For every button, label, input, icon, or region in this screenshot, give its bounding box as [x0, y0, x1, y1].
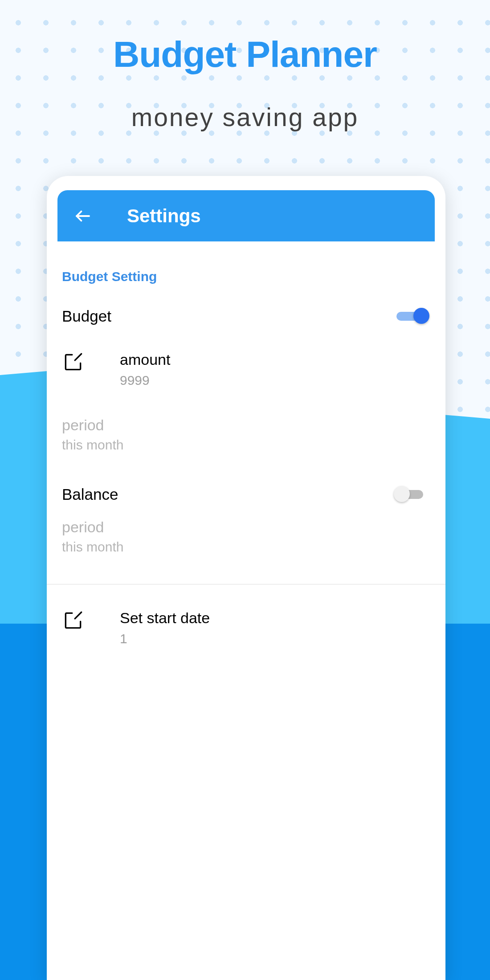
start-date-value: 1 [120, 631, 210, 646]
balance-period-value: this month [62, 539, 431, 555]
promo-title: Budget Planner [0, 33, 490, 75]
app-bar: Settings [57, 190, 435, 241]
budget-toggle[interactable] [396, 310, 428, 323]
balance-toggle-row: Balance [61, 470, 431, 518]
balance-period-row: period this month [61, 518, 431, 572]
budget-period-value: this month [62, 437, 431, 453]
balance-period-label: period [62, 519, 431, 536]
start-date-label: Set start date [120, 609, 210, 627]
section-title-budget-setting: Budget Setting [61, 241, 431, 284]
budget-toggle-row: Budget [61, 284, 431, 348]
budget-period-row: period this month [61, 406, 431, 470]
amount-label: amount [120, 351, 170, 368]
svg-line-2 [75, 612, 82, 619]
back-arrow-icon[interactable] [74, 207, 92, 225]
edit-icon [62, 609, 84, 633]
phone-frame: Settings Budget Setting Budget amount 99… [47, 176, 445, 980]
amount-value: 9999 [120, 373, 170, 388]
divider [47, 584, 445, 584]
edit-icon [62, 351, 84, 375]
balance-label: Balance [62, 486, 118, 503]
balance-toggle[interactable] [396, 488, 428, 501]
budget-period-label: period [62, 416, 431, 434]
app-bar-title: Settings [127, 205, 201, 227]
content-area: Budget Setting Budget amount 9999 period [61, 241, 431, 664]
budget-label: Budget [62, 307, 111, 325]
svg-line-1 [75, 354, 82, 360]
amount-row[interactable]: amount 9999 [61, 348, 431, 406]
start-date-row[interactable]: Set start date 1 [61, 603, 431, 664]
promo-subtitle: money saving app [0, 102, 490, 132]
